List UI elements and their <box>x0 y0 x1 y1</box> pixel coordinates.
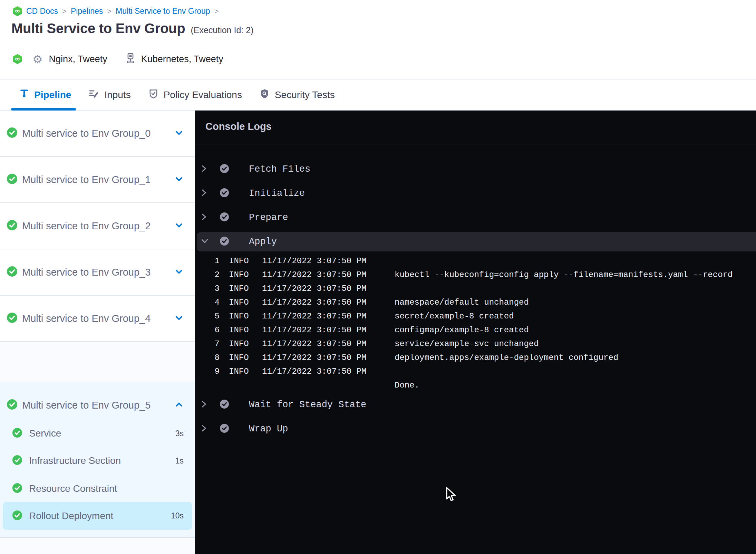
console-logs-title: Console Logs <box>205 121 272 132</box>
breadcrumb-pipeline-name[interactable]: Multi Service to Env Group <box>116 7 210 16</box>
harness-cd-icon: ∞ <box>13 54 22 64</box>
step-success-icon <box>220 164 229 174</box>
execution-meta-row: ∞ ⚙ Nginx, Tweety Kubernetes, Twee <box>13 51 223 67</box>
services-gear-icon: ⚙ <box>32 54 43 65</box>
pipeline-icon <box>19 88 29 101</box>
log-line: 9INFO11/17/2022 3:07:50 PM <box>195 365 756 379</box>
execution-tabs: Pipeline Inputs Policy Evaluati <box>0 79 756 111</box>
environment-names: Kubernetes, Tweety <box>141 54 223 65</box>
console-step-initialize[interactable]: Initialize <box>195 181 756 206</box>
log-line: 5INFO11/17/2022 3:07:50 PMsecret/example… <box>195 309 756 323</box>
mouse-cursor <box>445 487 458 504</box>
log-line: 1INFO11/17/2022 3:07:50 PM <box>195 254 756 268</box>
step-duration: 3s <box>175 429 184 438</box>
success-check-icon <box>12 483 22 494</box>
step-duration: 1s <box>175 456 184 466</box>
stage-row[interactable]: Multi service to Env Group_1 <box>0 157 195 203</box>
log-line: 2INFO11/17/2022 3:07:50 PMkubectl --kube… <box>195 268 756 282</box>
chevron-right-icon[interactable] <box>201 189 207 198</box>
chevron-right-icon[interactable] <box>201 213 207 222</box>
tab-policy-evaluations[interactable]: Policy Evaluations <box>148 80 242 110</box>
chevron-down-icon[interactable] <box>201 238 209 246</box>
success-check-icon <box>7 266 17 278</box>
breadcrumb-separator: > <box>62 7 67 16</box>
inputs-icon <box>88 88 99 102</box>
chevron-right-icon[interactable] <box>201 400 207 409</box>
stage-row[interactable]: Multi service to Env Group_4 <box>0 296 195 342</box>
stage-row-expanded[interactable]: Multi service to Env Group_5 <box>0 386 195 424</box>
log-line: Done. <box>195 379 756 392</box>
chevron-down-icon[interactable] <box>174 128 184 139</box>
success-check-icon <box>7 127 17 139</box>
step-success-icon <box>220 237 229 247</box>
chevron-right-icon[interactable] <box>201 424 207 433</box>
chevron-down-icon[interactable] <box>174 267 184 278</box>
breadcrumb: ∞ CD Docs > Pipelines > Multi Service to… <box>13 6 219 16</box>
step-success-icon <box>220 400 229 410</box>
step-row-service[interactable]: Service 3s <box>0 420 195 447</box>
success-check-icon <box>7 313 17 324</box>
tab-pipeline[interactable]: Pipeline <box>19 80 71 110</box>
success-check-icon <box>7 399 17 411</box>
divider <box>195 144 756 144</box>
environment-icon <box>125 52 136 66</box>
chevron-down-icon[interactable] <box>174 313 184 324</box>
page-header: ∞ CD Docs > Pipelines > Multi Service to… <box>0 0 756 79</box>
chevron-down-icon[interactable] <box>174 174 184 185</box>
console-logs-panel: Console Logs Fetch Files Initialize Prep… <box>195 111 756 554</box>
chevron-down-icon[interactable] <box>174 221 184 231</box>
log-line: 3INFO11/17/2022 3:07:50 PM <box>195 282 756 296</box>
chevron-right-icon[interactable] <box>201 165 207 174</box>
expanded-stage-section: Multi service to Env Group_5 Service 3s … <box>0 382 195 538</box>
console-step-wrap-up[interactable]: Wrap Up <box>195 417 756 441</box>
shield-check-icon <box>148 88 159 102</box>
harness-cd-icon: ∞ <box>13 6 22 16</box>
log-line: 8INFO11/17/2022 3:07:50 PMdeployment.app… <box>195 351 756 365</box>
breadcrumb-separator: > <box>107 7 112 16</box>
step-row-infrastructure[interactable]: Infrastructure Section 1s <box>0 447 195 475</box>
breadcrumb-pipelines[interactable]: Pipelines <box>71 7 103 16</box>
step-duration: 10s <box>171 511 184 520</box>
success-check-icon <box>7 174 17 185</box>
step-row-rollout-deployment-selected[interactable]: Rollout Deployment 10s <box>3 502 192 530</box>
execution-id-label: (Execution Id: 2) <box>191 25 253 35</box>
console-step-wait-for-steady-state[interactable]: Wait for Steady State <box>195 393 756 417</box>
tab-inputs[interactable]: Inputs <box>88 80 130 110</box>
console-step-fetch-files[interactable]: Fetch Files <box>195 157 756 181</box>
step-success-icon <box>220 188 229 199</box>
stage-row[interactable]: Multi service to Env Group_0 <box>0 111 195 157</box>
step-success-icon <box>220 212 229 223</box>
breadcrumb-cd-docs[interactable]: CD Docs <box>26 7 58 16</box>
success-check-icon <box>12 428 22 439</box>
security-shield-icon <box>259 88 270 102</box>
log-line: 7INFO11/17/2022 3:07:50 PMservice/exampl… <box>195 337 756 351</box>
log-line: 4INFO11/17/2022 3:07:50 PMnamespace/defa… <box>195 296 756 309</box>
log-line: 6INFO11/17/2022 3:07:50 PMconfigmap/exam… <box>195 323 756 337</box>
breadcrumb-separator: > <box>214 7 219 16</box>
stages-sidebar: 6 stages Multi service to Env Group_0 Mu… <box>0 111 195 554</box>
step-row-resource-constraint[interactable]: Resource Constraint <box>0 475 195 503</box>
page-title: Multi Service to Env Group <box>11 21 185 36</box>
service-names: Nginx, Tweety <box>49 54 107 65</box>
stage-row[interactable]: Multi service to Env Group_3 <box>0 249 195 296</box>
step-success-icon <box>220 424 229 434</box>
console-step-prepare[interactable]: Prepare <box>195 206 756 230</box>
pipeline-execution-screen: ∞ CD Docs > Pipelines > Multi Service to… <box>0 0 756 554</box>
console-step-apply-expanded[interactable]: Apply <box>197 232 756 251</box>
success-check-icon <box>12 455 22 466</box>
tab-security-tests[interactable]: Security Tests <box>259 80 335 110</box>
stage-row[interactable]: Multi service to Env Group_2 <box>0 203 195 249</box>
success-check-icon <box>7 220 17 232</box>
active-tab-underline <box>11 108 76 111</box>
chevron-up-icon[interactable] <box>174 400 184 411</box>
success-check-icon <box>12 510 22 522</box>
